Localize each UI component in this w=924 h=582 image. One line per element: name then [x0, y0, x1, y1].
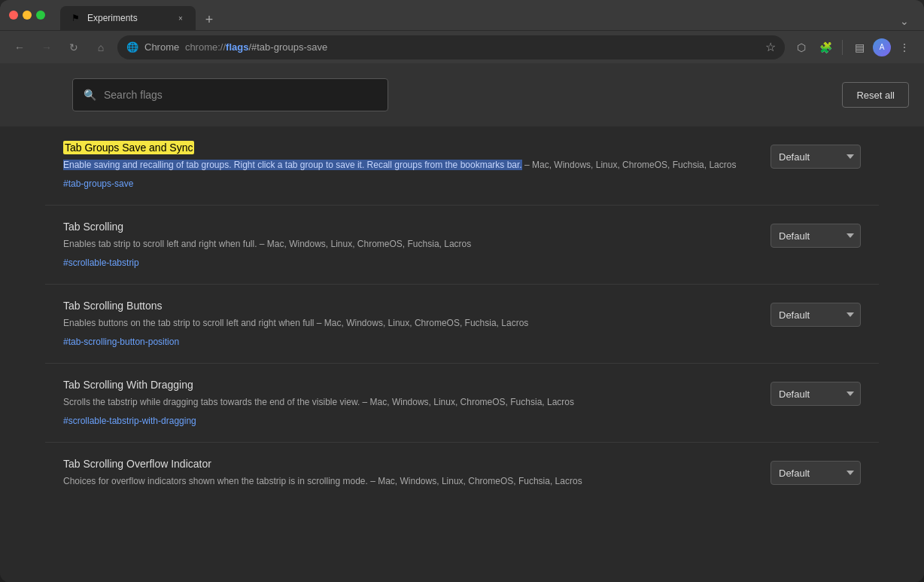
flag-control: Default Enabled Disabled	[771, 224, 861, 248]
new-tab-button[interactable]: +	[199, 9, 220, 30]
tab-title: Experiments	[87, 13, 169, 23]
flag-item: Tab Scrolling Overflow Indicator Choices…	[45, 443, 879, 507]
home-button[interactable]: ⌂	[90, 37, 111, 58]
address-bar[interactable]: 🌐 Chrome chrome://flags/#tab-groups-save…	[117, 35, 785, 59]
flag-info: Tab Scrolling Buttons Enables buttons on…	[63, 300, 752, 348]
flag-control: Default Enabled Disabled	[771, 303, 861, 327]
flag-anchor[interactable]: #scrollable-tabstrip	[63, 257, 139, 268]
bookmark-icon[interactable]: ☆	[765, 40, 776, 54]
search-icon: 🔍	[84, 89, 96, 101]
flag-description: Enable saving and recalling of tab group…	[63, 158, 752, 172]
search-input[interactable]	[104, 89, 377, 101]
puzzle-icon-button[interactable]: 🧩	[815, 37, 836, 58]
sidebar-space	[0, 126, 45, 582]
flag-description: Choices for overflow indicators shown wh…	[63, 474, 752, 488]
flag-anchor[interactable]: #scrollable-tabstrip-with-dragging	[63, 416, 196, 426]
forward-button[interactable]: →	[36, 37, 57, 58]
flag-description: Enables buttons on the tab strip to scro…	[63, 316, 752, 330]
flag-name: Tab Scrolling	[63, 221, 752, 233]
reset-all-button[interactable]: Reset all	[842, 82, 909, 108]
content-wrapper: Tab Groups Save and Sync Enable saving a…	[0, 126, 924, 582]
tab-bar: ⚑ Experiments × + ⌄	[60, 0, 915, 30]
page-content: 🔍 Reset all Tab Groups Save and Sync	[0, 63, 924, 582]
flag-name: Tab Scrolling Buttons	[63, 300, 752, 312]
titlebar: ⚑ Experiments × + ⌄	[0, 0, 924, 30]
flag-select[interactable]: Default Enabled Disabled	[771, 382, 861, 406]
flag-control: Default Enabled Disabled	[771, 382, 861, 406]
main-area: Tab Groups Save and Sync Enable saving a…	[45, 126, 879, 582]
close-button[interactable]	[9, 11, 18, 20]
nav-separator	[842, 40, 843, 55]
maximize-button[interactable]	[36, 11, 45, 20]
minimize-button[interactable]	[23, 11, 32, 20]
extensions-icon-button[interactable]: ⬡	[791, 37, 812, 58]
search-area: 🔍 Reset all	[0, 63, 924, 126]
tab-dropdown-button[interactable]: ⌄	[894, 12, 915, 30]
tab-close-button[interactable]: ×	[175, 12, 187, 24]
flag-info: Tab Scrolling With Dragging Scrolls the …	[63, 379, 752, 427]
flag-item: Tab Scrolling Buttons Enables buttons on…	[45, 285, 879, 364]
right-space	[879, 126, 924, 582]
flag-select[interactable]: Default Enabled Disabled	[771, 461, 861, 485]
flag-item: Tab Groups Save and Sync Enable saving a…	[45, 126, 879, 206]
search-box[interactable]: 🔍	[72, 78, 388, 111]
browser-window: ⚑ Experiments × + ⌄ ← → ↻ ⌂ 🌐 Chrome chr…	[0, 0, 924, 582]
flag-control: Default Enabled Disabled	[771, 461, 861, 485]
tab-favicon-icon: ⚑	[69, 12, 81, 24]
flag-name: Tab Scrolling Overflow Indicator	[63, 458, 752, 470]
flag-item: Tab Scrolling Enables tab strip to scrol…	[45, 206, 879, 285]
flag-anchor[interactable]: #tab-scrolling-button-position	[63, 337, 179, 347]
profile-avatar[interactable]: A	[873, 38, 891, 56]
flags-list: Tab Groups Save and Sync Enable saving a…	[45, 126, 879, 582]
flag-info: Tab Scrolling Overflow Indicator Choices…	[63, 458, 752, 492]
flag-info: Tab Groups Save and Sync Enable saving a…	[63, 142, 752, 190]
flag-select[interactable]: Default Enabled Disabled	[771, 145, 861, 169]
address-favicon-icon: 🌐	[126, 41, 138, 53]
nav-icons: ⬡ 🧩 ▤ A ⋮	[791, 37, 915, 58]
window-controls	[9, 11, 45, 20]
active-tab[interactable]: ⚑ Experiments ×	[60, 6, 196, 30]
flag-name: Tab Groups Save and Sync	[63, 142, 752, 154]
navbar: ← → ↻ ⌂ 🌐 Chrome chrome://flags/#tab-gro…	[0, 30, 924, 63]
menu-icon: ⋮	[899, 41, 910, 53]
menu-button[interactable]: ⋮	[894, 37, 915, 58]
flag-info: Tab Scrolling Enables tab strip to scrol…	[63, 221, 752, 269]
flag-item: Tab Scrolling With Dragging Scrolls the …	[45, 364, 879, 443]
back-button[interactable]: ←	[9, 37, 30, 58]
flag-description: Scrolls the tabstrip while dragging tabs…	[63, 395, 752, 409]
flag-control: Default Enabled Disabled	[771, 145, 861, 169]
flag-name: Tab Scrolling With Dragging	[63, 379, 752, 391]
flag-select[interactable]: Default Enabled Disabled	[771, 224, 861, 248]
reload-button[interactable]: ↻	[63, 37, 84, 58]
puzzle-icon: 🧩	[819, 41, 832, 53]
flag-select[interactable]: Default Enabled Disabled	[771, 303, 861, 327]
flag-anchor[interactable]: #tab-groups-save	[63, 178, 133, 189]
sidebar-icon: ▤	[855, 41, 865, 53]
flag-description: Enables tab strip to scroll left and rig…	[63, 237, 752, 251]
address-text: Chrome chrome://flags/#tab-groups-save	[144, 41, 327, 53]
sidebar-icon-button[interactable]: ▤	[849, 37, 870, 58]
extensions-icon: ⬡	[797, 41, 806, 53]
